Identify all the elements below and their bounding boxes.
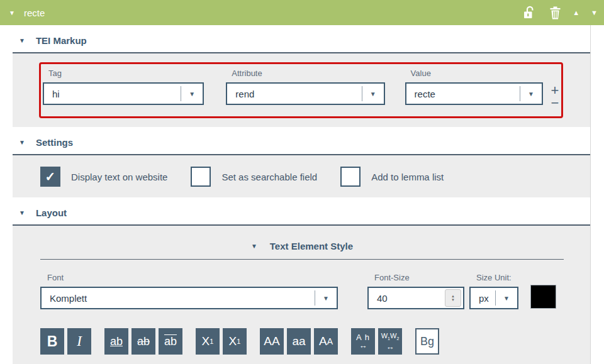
tag-label: Tag [48, 69, 204, 78]
element-title-bar: ▼ recte ▲ ▼ [0, 0, 604, 25]
tei-markup-body: Tag hi ▼ Attribute rend ▼ [13, 53, 590, 127]
trash-icon[interactable] [549, 6, 561, 19]
value-value[interactable]: recte [406, 89, 520, 99]
tag-field: Tag hi ▼ [43, 69, 204, 109]
panel-content: ▼ TEI Markup Tag hi ▼ Attribute rend [13, 25, 590, 364]
font-size-value[interactable]: 40 [369, 293, 445, 304]
checkbox-searchable-field[interactable] [191, 167, 211, 187]
capitalize-small-glyph: A [327, 336, 333, 346]
horizontal-arrow-icon: ↔ [386, 343, 394, 351]
attribute-label: Attribute [232, 69, 384, 78]
value-field: Value recte ▼ [405, 69, 543, 109]
tag-select[interactable]: hi ▼ [43, 82, 204, 105]
chevron-down-icon[interactable]: ▼ [315, 295, 337, 302]
italic-button[interactable]: I [67, 328, 91, 355]
capitalize-big-glyph: A [319, 334, 327, 348]
subscript-mark-glyph: 1 [210, 338, 213, 345]
text-element-style-header: ▼ Text Element Style [40, 234, 564, 260]
word-spacing-button[interactable]: W1W2 ↔ [378, 328, 402, 355]
size-unit-field: Size Unit: px ▼ [469, 273, 518, 309]
collapse-style-icon[interactable]: ▼ [251, 243, 257, 250]
font-label: Font [47, 273, 338, 282]
background-color-button[interactable]: Bg [415, 328, 439, 355]
lowercase-button[interactable]: aa [287, 328, 311, 355]
attribute-field: Attribute rend ▼ [226, 69, 384, 109]
unlock-icon[interactable] [523, 6, 535, 19]
layout-title: Layout [36, 207, 67, 218]
value-select[interactable]: recte ▼ [405, 82, 543, 105]
superscript-base-glyph: X [229, 334, 237, 348]
remove-rule-button[interactable]: − [549, 97, 561, 109]
checkbox-display-text-label: Display text on website [71, 172, 167, 182]
font-size-stepper[interactable]: ▲ ▼ [445, 289, 461, 307]
size-unit-select[interactable]: px ▼ [469, 287, 518, 309]
section-settings: ▼ Settings ✓ Display text on website Set… [13, 127, 590, 197]
collapse-settings-icon[interactable]: ▼ [19, 139, 25, 146]
font-field: Font Komplett ▼ [40, 273, 338, 309]
settings-body: ✓ Display text on website Set as searcha… [13, 155, 590, 197]
font-size-label: Font-Size [374, 273, 464, 282]
subscript-button[interactable]: X1 [196, 328, 220, 355]
move-up-icon[interactable]: ▲ [573, 9, 579, 16]
value-label: Value [411, 69, 543, 78]
section-layout: ▼ Layout ▼ Text Element Style Font Kompl… [13, 197, 590, 364]
overline-glyph: ab [164, 335, 177, 348]
content-right-rule [590, 25, 591, 364]
checkbox-searchable-field-label: Set as searchable field [221, 172, 317, 182]
tei-rule-highlight-group: Tag hi ▼ Attribute rend ▼ [39, 62, 563, 118]
spinner-down-icon[interactable]: ▼ [451, 298, 455, 302]
font-select[interactable]: Komplett ▼ [40, 287, 338, 309]
capitalize-button[interactable]: AA [314, 328, 338, 355]
bold-button[interactable]: B [40, 328, 64, 355]
settings-header: ▼ Settings [13, 127, 590, 155]
size-unit-label: Size Unit: [476, 273, 518, 282]
attribute-value[interactable]: rend [227, 89, 361, 99]
settings-title: Settings [36, 137, 73, 148]
subscript-base-glyph: X [202, 334, 210, 348]
tei-markup-title: TEI Markup [36, 35, 87, 46]
rule-add-remove: + − [549, 69, 561, 109]
font-size-input[interactable]: 40 ▲ ▼ [367, 287, 464, 309]
letter-spacing-button[interactable]: A h ↔ [351, 328, 375, 355]
move-down-icon[interactable]: ▼ [591, 9, 598, 16]
underline-button[interactable]: ab [104, 328, 128, 355]
collapse-layout-icon[interactable]: ▼ [19, 209, 25, 216]
checkbox-lemma-list[interactable] [340, 167, 361, 187]
chevron-down-icon[interactable]: ▼ [362, 91, 384, 97]
collapse-section-icon[interactable]: ▼ [9, 9, 15, 16]
uppercase-button[interactable]: AA [260, 328, 284, 355]
section-tei-markup: ▼ TEI Markup Tag hi ▼ Attribute rend [13, 25, 590, 127]
tei-markup-header: ▼ TEI Markup [13, 25, 590, 53]
font-color-swatch[interactable] [530, 285, 556, 309]
strikethrough-glyph: ab [137, 335, 150, 348]
superscript-mark-glyph: 1 [237, 338, 240, 345]
layout-body: ▼ Text Element Style Font Komplett ▼ Fon… [13, 226, 590, 364]
font-value[interactable]: Komplett [42, 293, 315, 304]
text-element-style-title: Text Element Style [270, 241, 353, 251]
chevron-down-icon[interactable]: ▼ [496, 295, 517, 302]
tag-value[interactable]: hi [44, 89, 181, 99]
strikethrough-button[interactable]: ab [131, 328, 155, 355]
attribute-select[interactable]: rend ▼ [226, 82, 384, 105]
chevron-down-icon[interactable]: ▼ [520, 91, 542, 97]
font-settings-row: Font Komplett ▼ Font-Size 40 ▲ ▼ [40, 273, 564, 309]
checkbox-lemma-list-label: Add to lemma list [371, 172, 444, 182]
superscript-button[interactable]: X1 [223, 328, 247, 355]
overline-button[interactable]: ab [159, 328, 182, 355]
font-size-field: Font-Size 40 ▲ ▼ [367, 273, 464, 309]
horizontal-arrow-icon: ↔ [359, 342, 367, 350]
text-style-toolbar: B I ab ab ab X1 X1 AA aa [40, 328, 590, 355]
collapse-tei-icon[interactable]: ▼ [19, 37, 25, 44]
element-title: recte [24, 8, 45, 18]
checkbox-display-text[interactable]: ✓ [40, 167, 60, 187]
underline-glyph: ab [110, 335, 123, 348]
chevron-down-icon[interactable]: ▼ [181, 91, 203, 97]
layout-header: ▼ Layout [13, 197, 590, 226]
size-unit-value[interactable]: px [471, 293, 495, 304]
